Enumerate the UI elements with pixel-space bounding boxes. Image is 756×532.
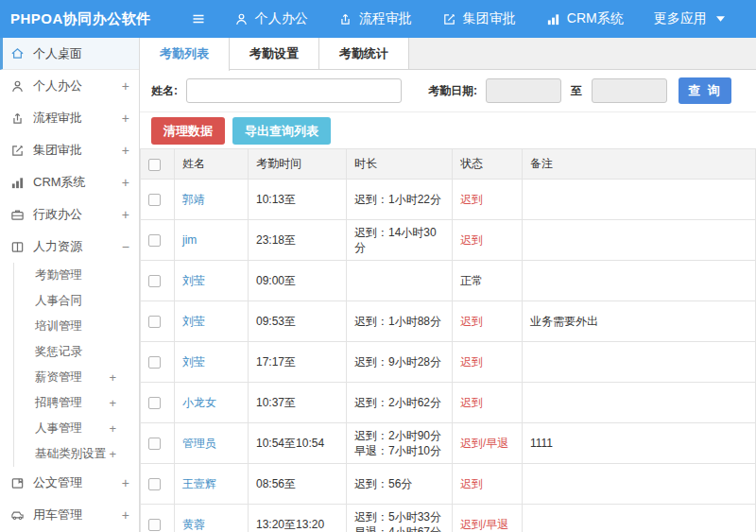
person-icon <box>234 12 249 26</box>
sidebar-subitem-4[interactable]: 奖惩记录 <box>14 339 139 365</box>
sidebar-subitem-8[interactable]: 基础类别设置+ <box>14 441 139 467</box>
sidebar-item-label: 集团审批 <box>33 142 82 159</box>
attendance-table-body: 郭靖10:13至迟到：1小时22分迟到jim23:18至迟到：14小时30分迟到… <box>141 180 756 532</box>
top-nav-item-3[interactable]: 集团审批 <box>442 10 516 27</box>
status-cell: 迟到 <box>453 301 523 342</box>
attendance-table-wrap: 姓名考勤时间时长状态备注 郭靖10:13至迟到：1小时22分迟到jim23:18… <box>140 148 756 532</box>
sidebar-item-4[interactable]: 集团审批+ <box>0 134 139 166</box>
search-button[interactable]: 查 询 <box>679 77 731 104</box>
row-checkbox[interactable] <box>148 397 161 409</box>
row-checkbox[interactable] <box>148 234 161 247</box>
expand-toggle-icon[interactable]: + <box>109 396 116 410</box>
expand-toggle-icon[interactable]: + <box>122 207 129 222</box>
top-nav-item-4[interactable]: CRM系统 <box>546 10 624 27</box>
status-cell: 迟到/早退 <box>453 505 523 532</box>
column-header: 时长 <box>347 149 453 180</box>
nav-item-label: CRM系统 <box>567 10 624 27</box>
duration-cell: 迟到：2小时90分 早退：7小时10分 <box>347 423 453 464</box>
expand-toggle-icon[interactable]: + <box>109 447 116 461</box>
sidebar-item-3[interactable]: 流程审批+ <box>0 102 139 134</box>
tab-3[interactable]: 考勤统计 <box>319 38 409 69</box>
expand-toggle-icon[interactable]: + <box>109 370 116 385</box>
table-header-row: 姓名考勤时间时长状态备注 <box>141 149 756 180</box>
attendance-time-cell: 10:37至 <box>249 383 347 423</box>
employee-name-link[interactable]: 刘莹 <box>182 274 205 287</box>
note-cell: 1111 <box>523 423 756 464</box>
export-list-button[interactable]: 导出查询列表 <box>232 117 331 145</box>
select-all-header-cell <box>141 149 175 180</box>
sidebar-item-6[interactable]: 行政办公+ <box>0 198 139 231</box>
note-cell <box>523 383 756 423</box>
row-checkbox[interactable] <box>148 478 161 490</box>
caret-down-icon <box>716 16 725 22</box>
employee-name-link[interactable]: 郭靖 <box>182 193 205 206</box>
sidebar-item-2[interactable]: 个人办公+ <box>0 70 139 102</box>
sidebar: 个人桌面个人办公+流程审批+集团审批+CRM系统+行政办公+人力资源−考勤管理人… <box>0 38 140 532</box>
sidebar-item-label: 人力资源 <box>33 238 82 255</box>
sidebar-item-5[interactable]: CRM系统+ <box>0 166 139 198</box>
employee-name-link[interactable]: 刘莹 <box>182 355 205 369</box>
row-checkbox[interactable] <box>148 356 161 369</box>
name-input[interactable] <box>186 78 402 103</box>
tab-1[interactable]: 考勤列表 <box>140 38 230 71</box>
select-all-checkbox[interactable] <box>148 159 161 171</box>
tab-2[interactable]: 考勤设置 <box>230 38 319 69</box>
attendance-time-cell: 09:53至 <box>249 301 347 342</box>
sidebar-subitem-3[interactable]: 培训管理 <box>14 314 139 339</box>
expand-toggle-icon[interactable]: + <box>122 507 129 523</box>
employee-name-link[interactable]: 管理员 <box>182 437 216 450</box>
expand-toggle-icon[interactable]: + <box>122 143 129 158</box>
date-to-input[interactable] <box>592 78 667 103</box>
expand-toggle-icon[interactable]: + <box>122 111 129 126</box>
sidebar-subitem-label: 招聘管理 <box>35 395 82 411</box>
duration-cell: 迟到：56分 <box>347 464 453 505</box>
employee-name-link[interactable]: jim <box>182 233 197 247</box>
table-row: 刘莹09:00至正常 <box>141 261 756 301</box>
top-nav-item-1[interactable]: 个人办公 <box>234 10 308 27</box>
expand-toggle-icon[interactable]: + <box>122 175 129 190</box>
attendance-time-cell: 09:00至 <box>249 261 347 301</box>
status-cell: 迟到 <box>453 180 523 220</box>
table-row: jim23:18至迟到：14小时30分迟到 <box>141 220 756 261</box>
sidebar-subitem-2[interactable]: 人事合同 <box>14 288 139 314</box>
row-checkbox[interactable] <box>148 519 161 531</box>
expand-toggle-icon[interactable]: − <box>122 239 129 254</box>
row-checkbox[interactable] <box>148 194 161 206</box>
table-row: 王壹辉08:56至迟到：56分迟到 <box>141 464 756 505</box>
note-cell <box>523 220 756 261</box>
duration-cell <box>347 261 453 301</box>
top-nav-item-5[interactable]: 更多应用 <box>654 10 725 27</box>
sidebar-item-9[interactable]: 用车管理+ <box>0 499 139 531</box>
sidebar-subitem-1[interactable]: 考勤管理 <box>14 263 139 288</box>
sidebar-item-label: 个人办公 <box>33 77 82 94</box>
row-checkbox[interactable] <box>148 316 161 328</box>
menu-toggle-button[interactable] <box>191 11 206 26</box>
edit-icon <box>442 12 456 26</box>
body-wrap: 个人桌面个人办公+流程审批+集团审批+CRM系统+行政办公+人力资源−考勤管理人… <box>0 38 756 532</box>
date-from-input[interactable] <box>486 78 561 103</box>
sidebar-subitem-7[interactable]: 人事管理+ <box>14 416 139 441</box>
top-nav-item-2[interactable]: 流程审批 <box>338 10 412 27</box>
sidebar-item-1[interactable]: 个人桌面 <box>0 38 139 70</box>
clear-data-button[interactable]: 清理数据 <box>151 117 225 145</box>
employee-name-link[interactable]: 小龙女 <box>182 396 216 409</box>
workflow-icon <box>338 12 352 26</box>
sidebar-subitem-6[interactable]: 招聘管理+ <box>14 390 139 416</box>
status-cell: 迟到 <box>453 220 523 261</box>
employee-name-link[interactable]: 黄蓉 <box>182 518 205 531</box>
duration-cell: 迟到：5小时33分 早退：4小时67分 <box>347 505 453 532</box>
table-row: 刘莹17:17至迟到：9小时28分迟到 <box>141 342 756 383</box>
sidebar-subitem-label: 奖惩记录 <box>35 344 82 360</box>
expand-toggle-icon[interactable]: + <box>109 421 116 436</box>
employee-name-link[interactable]: 刘莹 <box>182 315 205 328</box>
expand-toggle-icon[interactable]: + <box>122 475 129 490</box>
row-checkbox[interactable] <box>148 438 161 450</box>
employee-name-link[interactable]: 王壹辉 <box>182 477 216 490</box>
note-cell: 业务需要外出 <box>523 301 756 342</box>
sidebar-subitem-5[interactable]: 薪资管理+ <box>14 365 139 390</box>
expand-toggle-icon[interactable]: + <box>122 78 129 94</box>
row-checkbox[interactable] <box>148 275 161 287</box>
sidebar-item-8[interactable]: 公文管理+ <box>0 467 139 499</box>
sidebar-subitem-label: 培训管理 <box>35 318 82 335</box>
sidebar-item-7[interactable]: 人力资源− <box>0 231 139 263</box>
